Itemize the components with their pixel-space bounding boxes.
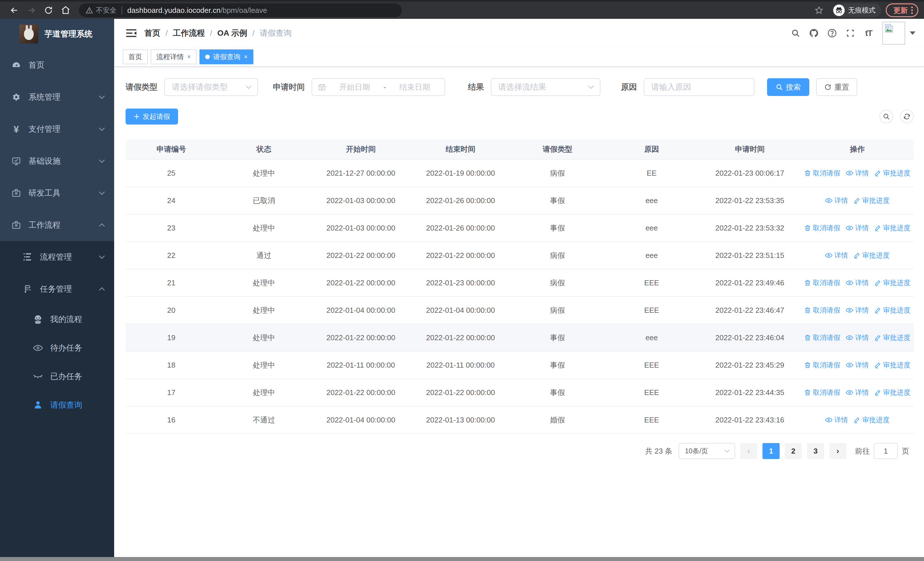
trash-icon: [804, 279, 811, 286]
detail-link[interactable]: 详情: [825, 196, 848, 205]
col-header: 结束时间: [411, 139, 510, 159]
detail-link[interactable]: 详情: [825, 415, 848, 424]
approval-progress-link[interactable]: 审批进度: [874, 361, 910, 370]
leave-type-select[interactable]: 请选择请假类型: [164, 78, 258, 96]
sidebar-item-task-mgmt[interactable]: 任务管理: [0, 273, 114, 305]
sidebar-item-todo-tasks[interactable]: 待办任务: [0, 334, 114, 362]
col-header: 申请编号: [126, 139, 217, 159]
reason-input[interactable]: [651, 83, 747, 92]
goto-page-input[interactable]: [874, 443, 898, 459]
sidebar-item-done-tasks[interactable]: 已办任务: [0, 362, 114, 391]
browser-update-button[interactable]: 更新: [886, 3, 918, 17]
create-leave-button[interactable]: 发起请假: [126, 108, 178, 125]
tab-home[interactable]: 首页: [123, 50, 148, 64]
detail-link[interactable]: 详情: [825, 251, 848, 260]
approval-progress-link[interactable]: 审批进度: [874, 223, 910, 233]
approval-progress-link[interactable]: 审批进度: [874, 168, 910, 177]
cancel-leave-link[interactable]: 取消请假: [804, 388, 840, 397]
cancel-leave-link[interactable]: 取消请假: [804, 168, 840, 177]
address-bar[interactable]: 不安全 dashboard.yudao.iocoder.cn/bpm/oa/le…: [79, 3, 402, 17]
browser-menu-icon[interactable]: [911, 7, 913, 14]
sidebar-item-system[interactable]: 系统管理: [0, 81, 114, 113]
tab-leave-query[interactable]: 请假查询 ×: [200, 50, 254, 64]
start-time-cell: 2022-01-03 00:00:00: [311, 214, 411, 242]
sidebar-item-devtools[interactable]: 研发工具: [0, 177, 114, 209]
detail-link[interactable]: 详情: [846, 388, 868, 397]
browser-home-button[interactable]: [57, 3, 74, 18]
cancel-leave-link[interactable]: 取消请假: [804, 361, 840, 370]
cancel-leave-link[interactable]: 取消请假: [804, 305, 840, 315]
approval-progress-link[interactable]: 审批进度: [854, 415, 890, 424]
security-chip[interactable]: 不安全: [86, 6, 116, 15]
next-page-button[interactable]: ›: [829, 443, 846, 459]
cancel-leave-link[interactable]: 取消请假: [804, 278, 840, 287]
sidebar-item-home[interactable]: 首页: [0, 49, 114, 81]
page-number-button[interactable]: 2: [785, 443, 802, 459]
cancel-leave-link[interactable]: 取消请假: [804, 223, 840, 233]
start-time-cell: 2022-01-22 00:00:00: [311, 379, 411, 406]
page-number-button[interactable]: 3: [807, 443, 824, 459]
fullscreen-icon[interactable]: [842, 24, 858, 42]
approval-progress-link[interactable]: 审批进度: [874, 333, 910, 342]
edit-pen-icon: [874, 334, 881, 341]
apply-time-cell: 2022-01-22 23:46:04: [699, 324, 801, 351]
sidebar-item-my-process[interactable]: 我的流程: [0, 305, 114, 334]
reset-button[interactable]: 重置: [816, 78, 857, 96]
page-size-select[interactable]: 10条/页: [679, 443, 735, 459]
search-button[interactable]: 搜索: [767, 78, 809, 96]
result-select[interactable]: 请选择流结果: [491, 78, 600, 96]
approval-progress-link[interactable]: 审批进度: [854, 196, 890, 205]
detail-link[interactable]: 详情: [846, 305, 868, 315]
approval-progress-link[interactable]: 审批进度: [874, 305, 910, 315]
tab-process-detail[interactable]: 流程详情 ×: [151, 50, 196, 64]
reason-cell: EEE: [604, 379, 699, 406]
sidebar-item-leave-query[interactable]: 请假查询: [0, 391, 114, 419]
table-row: 23处理中2022-01-03 00:00:002022-01-26 00:00…: [126, 214, 914, 242]
approval-progress-link[interactable]: 审批进度: [874, 388, 910, 397]
cancel-leave-link[interactable]: 取消请假: [804, 333, 840, 342]
workflow-branch-icon: [23, 284, 33, 294]
tab-close-icon[interactable]: ×: [244, 53, 248, 60]
sidebar-item-workflow[interactable]: 工作流程: [0, 209, 114, 241]
sidebar-item-infra[interactable]: 基础设施: [0, 145, 114, 177]
browser-forward-button[interactable]: [23, 3, 40, 18]
show-search-toggle-button[interactable]: [879, 110, 893, 123]
page-number-button[interactable]: 1: [762, 443, 780, 459]
actions-cell: 详情审批进度: [801, 406, 914, 434]
detail-link[interactable]: 详情: [846, 333, 868, 342]
sidebar-item-label: 工作流程: [28, 220, 92, 230]
detail-link[interactable]: 详情: [846, 361, 868, 370]
refresh-icon: [903, 113, 910, 120]
avatar-caret-icon[interactable]: [910, 32, 915, 38]
detail-link[interactable]: 详情: [846, 278, 868, 287]
apply-time-range-picker[interactable]: 开始日期 - 结束日期: [312, 78, 445, 96]
breadcrumb-item-current: 请假查询: [260, 28, 292, 39]
approval-progress-link[interactable]: 审批进度: [854, 251, 890, 260]
page-content: 请假类型 请选择请假类型 申请时间 开始日期 - 结束日期 结果 请选择流结果: [114, 67, 924, 557]
search-button-label: 搜索: [786, 82, 801, 92]
browser-back-button[interactable]: [6, 3, 23, 18]
tab-close-icon[interactable]: ×: [187, 53, 191, 60]
avatar[interactable]: [882, 22, 905, 45]
prev-page-button[interactable]: ‹: [740, 443, 758, 459]
github-icon[interactable]: [806, 24, 822, 42]
browser-reload-button[interactable]: [40, 3, 57, 18]
help-icon[interactable]: [824, 24, 840, 42]
sidebar-item-label: 首页: [28, 60, 105, 71]
logo[interactable]: 芋道管理系统: [0, 19, 114, 49]
chevron-down-icon: [99, 191, 105, 195]
bookmark-star-icon[interactable]: [810, 3, 828, 18]
sidebar-item-payment[interactable]: ¥ 支付管理: [0, 113, 114, 145]
sidebar-collapse-icon[interactable]: [123, 24, 140, 42]
breadcrumb-separator: /: [165, 29, 168, 38]
breadcrumb-item[interactable]: 首页: [144, 28, 160, 39]
font-size-icon[interactable]: tT: [861, 24, 877, 42]
detail-link[interactable]: 详情: [846, 223, 868, 233]
breadcrumb: 首页 / 工作流程 / OA 示例 / 请假查询: [144, 28, 292, 39]
detail-link[interactable]: 详情: [846, 168, 868, 177]
approval-progress-link[interactable]: 审批进度: [874, 278, 910, 287]
header-search-icon[interactable]: [788, 24, 804, 42]
sidebar-item-process-mgmt[interactable]: 流程管理: [0, 241, 114, 273]
briefcase-icon: [11, 220, 21, 230]
refresh-table-button[interactable]: [900, 110, 914, 123]
